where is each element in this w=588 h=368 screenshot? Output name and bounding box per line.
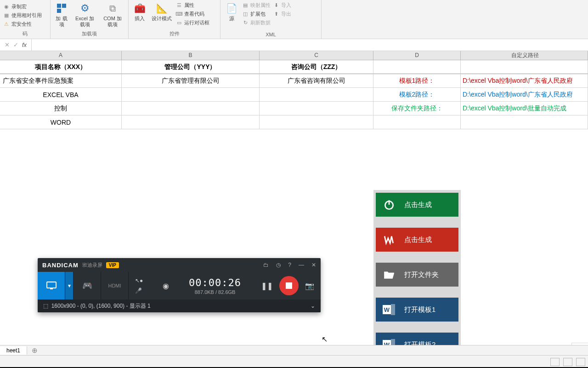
map-icon: ▤ (242, 1, 249, 9)
cell[interactable] (122, 102, 260, 115)
folder-open-icon (382, 268, 396, 282)
ribbon: ◉录制宏 ▦使用相对引用 ⚠宏安全性 码 加 载项 ⚙Excel 加载项 ⧉CO… (0, 0, 588, 39)
cmd-refresh: ↻刷新数据 (242, 18, 271, 27)
bandicam-titlebar[interactable]: BANDICAM 班迪录屏 VIP 🗀 ◷ ? — ✕ (38, 258, 321, 272)
hdr-mgmt[interactable]: 管理公司（YYY） (122, 60, 260, 74)
btn-com-addins[interactable]: ⧉COM 加载项 (100, 1, 125, 29)
mode-screen-dropdown[interactable]: ▾ (65, 272, 74, 299)
refresh-icon: ↻ (242, 19, 249, 26)
cell-tpl1-path-label[interactable]: 模板1路径： (373, 74, 461, 88)
btn-addins[interactable]: 加 载项 (53, 1, 70, 29)
screenshot-button[interactable]: 📷 (305, 282, 314, 290)
code-icon: ⌨ (175, 10, 183, 17)
warning-icon: ⚠ (3, 21, 10, 28)
btn-xml-source[interactable]: 📄源 (223, 1, 240, 23)
chevron-down-icon[interactable]: ⌄ (311, 303, 315, 309)
cell[interactable]: 控制 (0, 102, 122, 115)
props-icon: ☰ (175, 1, 183, 9)
hdr-project[interactable]: 项目名称（XXX） (0, 60, 122, 74)
spreadsheet-grid[interactable]: 项目名称（XXX） 管理公司（YYY） 咨询公司（ZZZ） 广东省安全事件应急预… (0, 60, 588, 346)
export-icon: ⬆ (272, 10, 280, 17)
clock-icon[interactable]: ◷ (276, 262, 281, 268)
svg-rect-12 (50, 288, 53, 289)
view-normal[interactable] (550, 358, 560, 366)
mode-device[interactable]: HDMI (101, 272, 129, 299)
cell[interactable]: 广东省管理有限公司 (122, 74, 260, 88)
cell-tpl2-path[interactable]: D:\excel Vba控制word\广东省人民政府 (461, 88, 588, 102)
mode-screen[interactable] (38, 272, 65, 299)
cell[interactable] (373, 115, 461, 129)
cell[interactable] (260, 102, 373, 115)
help-icon[interactable]: ? (288, 262, 291, 268)
ruler-icon: 📐 (155, 2, 168, 15)
minimize-icon[interactable]: — (299, 262, 304, 268)
cmd-ext-pack[interactable]: ◫扩展包 (242, 10, 271, 18)
status-bar (0, 355, 588, 368)
wps-icon (382, 233, 396, 247)
enter-icon[interactable]: ✓ (13, 41, 18, 48)
mode-game[interactable]: 🎮 (74, 272, 101, 299)
btn-design-mode[interactable]: 📐设计模式 (150, 1, 174, 23)
mic-icon[interactable]: 🎤 (135, 288, 143, 294)
btn-open-folder[interactable]: 打开文件夹 (376, 263, 458, 287)
cell[interactable] (260, 115, 373, 129)
col-E-label[interactable]: 自定义路径 (461, 51, 588, 60)
cell[interactable]: 广东省咨询有限公司 (260, 74, 373, 88)
cell[interactable] (461, 115, 588, 129)
cell[interactable]: EXCEL VBA (0, 88, 122, 102)
col-B[interactable]: B (122, 51, 260, 60)
cell[interactable]: 广东省安全事件应急预案 (0, 74, 122, 88)
cell-tpl2-path-label[interactable]: 模板2路径： (373, 88, 461, 102)
cell-tpl1-path[interactable]: D:\excel Vba控制word\广东省人民政府 (461, 74, 588, 88)
com-icon: ⧉ (106, 2, 119, 15)
fx-icon[interactable]: fx (22, 41, 27, 48)
webcam-icon[interactable]: ◉ (163, 282, 169, 290)
col-A[interactable]: A (0, 51, 122, 60)
cell-save-path[interactable]: D:\excel Vba控制word\批量自动完成 (461, 102, 588, 115)
btn-excel-addins[interactable]: ⚙Excel 加载项 (72, 1, 98, 29)
btn-generate-1[interactable]: 点击生成 (376, 193, 458, 217)
word-icon: W (382, 303, 396, 316)
folder-icon[interactable]: 🗀 (263, 262, 269, 268)
table-row: EXCEL VBA 模板2路径： D:\excel Vba控制word\广东省人… (0, 88, 588, 102)
cell[interactable]: WORD (0, 115, 122, 129)
vip-badge: VIP (106, 262, 119, 268)
cell-save-path-label[interactable]: 保存文件夹路径： (373, 102, 461, 115)
group-label-addins: 加载项 (53, 30, 125, 38)
cell[interactable] (260, 88, 373, 102)
cmd-import: ⬇导入 (272, 1, 291, 9)
cmd-run-dialog[interactable]: ▭运行对话框 (175, 18, 209, 27)
pause-button[interactable]: ❚❚ (261, 282, 273, 290)
view-page-break[interactable] (576, 358, 585, 366)
cmd-export: ⬆导出 (272, 10, 291, 18)
xml-icon: 📄 (225, 2, 238, 15)
record-stop-button[interactable] (279, 276, 299, 295)
btn-generate-2[interactable]: 点击生成 (376, 228, 458, 252)
btn-open-template-1[interactable]: W 打开模板1 (376, 298, 458, 322)
cell[interactable] (122, 115, 260, 129)
col-C[interactable]: C (260, 51, 373, 60)
add-sheet-button[interactable]: ⊕ (27, 346, 42, 355)
cell[interactable] (122, 88, 260, 102)
addin-icon (55, 2, 68, 15)
cancel-icon[interactable]: ✕ (5, 41, 10, 48)
column-headers: A B C D 自定义路径 (0, 51, 588, 60)
sheet-tab[interactable]: heet1 (0, 346, 27, 355)
cmd-properties[interactable]: ☰属性 (175, 1, 209, 9)
btn-open-template-2[interactable]: W 打开模板2 (376, 333, 458, 346)
cmd-macro-security[interactable]: ⚠宏安全性 (3, 20, 32, 29)
cmd-view-code[interactable]: ⌨查看代码 (175, 10, 209, 18)
hdr-e[interactable] (461, 60, 588, 74)
formula-bar: ✕ ✓ fx (0, 39, 588, 51)
hdr-consult[interactable]: 咨询公司（ZZZ） (260, 60, 373, 74)
cursor-rec-icon[interactable]: ↖● (135, 277, 143, 284)
cmd-relative-ref[interactable]: ▦使用相对引用 (3, 12, 42, 20)
btn-insert-control[interactable]: 🧰插入 (131, 1, 148, 23)
col-D[interactable]: D (373, 51, 461, 60)
close-icon[interactable]: ✕ (311, 262, 316, 268)
hdr-d[interactable] (373, 60, 461, 74)
bandicam-recorder[interactable]: BANDICAM 班迪录屏 VIP 🗀 ◷ ? — ✕ ▾ 🎮 HDMI ↖● … (38, 258, 321, 312)
svg-text:W: W (384, 306, 390, 313)
view-page-layout[interactable] (563, 358, 572, 366)
cmd-record-macro[interactable]: ◉录制宏 (3, 3, 27, 11)
